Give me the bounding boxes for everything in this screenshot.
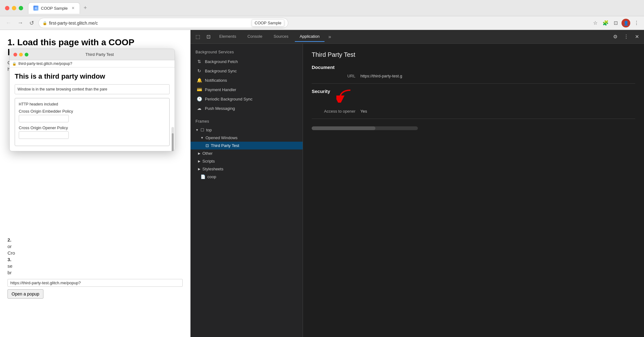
tree-item-third-party[interactable]: ⊡ Third Party Test (191, 142, 303, 149)
stylesheets-expand-arrow: ▶ (198, 167, 201, 171)
access-value: Yes (360, 109, 367, 114)
red-arrow-container (336, 89, 352, 104)
address-bar[interactable]: 🔒 first-party-test.glitch.me/c COOP Samp… (38, 18, 288, 28)
field2-input[interactable] (19, 131, 69, 139)
minimize-button[interactable] (12, 6, 16, 10)
title-bar: ⊞ COOP Sample ✕ + (0, 0, 644, 16)
panel-divider-1 (312, 83, 635, 84)
stylesheets-label: Stylesheets (202, 167, 223, 171)
section2-cross: Cro (7, 250, 183, 256)
tab-elements[interactable]: Elements (214, 32, 241, 42)
tree-item-coop[interactable]: 📄 coop (191, 173, 303, 181)
sidebar-item-periodic-sync-label: Periodic Background Sync (205, 97, 252, 101)
field1-input[interactable] (19, 115, 69, 122)
top-frame-icon: ☐ (201, 128, 204, 132)
sidebar-item-notifications-label: Notifications (205, 78, 227, 83)
cast-button[interactable]: ⊡ (612, 19, 619, 27)
close-button[interactable] (5, 6, 9, 10)
tree-item-stylesheets[interactable]: ▶ Stylesheets (191, 165, 303, 173)
tab-close-button[interactable]: ✕ (72, 6, 75, 10)
tree-item-top[interactable]: ▼ ☐ top (191, 126, 303, 134)
extensions-button[interactable]: 🧩 (601, 19, 610, 27)
third-party-label: Third Party Test (211, 143, 239, 148)
sidebar-item-bg-fetch-label: Background Fetch (205, 59, 238, 64)
popup-lock-icon: 🔒 (12, 62, 17, 66)
devtools-more-button[interactable]: ⋮ (621, 32, 631, 42)
panel-divider-2 (312, 119, 635, 119)
popup-close-button[interactable] (13, 53, 17, 56)
devtools-toolbar: ⬚ ⊡ Elements Console Sources Application… (191, 30, 644, 44)
open-popup-button[interactable]: Open a popup (7, 289, 43, 299)
popup-body: This is a third party window Window is i… (10, 67, 175, 151)
device-mode-button[interactable]: ⊡ (204, 32, 213, 42)
more-tabs-button[interactable]: » (326, 32, 334, 42)
new-tab-button[interactable]: + (81, 3, 90, 12)
sidebar-item-bg-fetch[interactable]: ⇅ Background Fetch (191, 57, 303, 66)
sidebar-item-bg-sync[interactable]: ↻ Background Sync (191, 66, 303, 76)
bookmark-button[interactable]: ☆ (592, 19, 599, 27)
reload-button[interactable]: ↺ (27, 18, 36, 28)
form-group-coep: Cross Origin Embedder Policy (19, 109, 166, 122)
document-section-title: Document (312, 65, 635, 70)
field2-label: Cross Origin Opener Policy (19, 125, 166, 130)
tree-item-scripts[interactable]: ▶ Scripts (191, 157, 303, 165)
popup-title: Third Party Test (28, 52, 171, 57)
popup-minimize-button[interactable] (19, 53, 23, 56)
scripts-expand-arrow: ▶ (198, 159, 201, 163)
url-row: URL https://third-party-test.g (312, 74, 635, 78)
devtools-close-button[interactable]: ✕ (632, 32, 642, 42)
panel-scrollbar-track[interactable] (312, 126, 418, 130)
tab-sources[interactable]: Sources (269, 32, 294, 42)
toolbar: ← → ↺ 🔒 first-party-test.glitch.me/c COO… (0, 16, 644, 30)
other-label: Other (202, 151, 213, 156)
popup-scrollbar[interactable] (171, 127, 174, 151)
maximize-button[interactable] (19, 6, 23, 10)
third-party-frame-icon: ⊡ (206, 143, 209, 148)
bg-sync-icon: ↻ (197, 68, 202, 73)
scripts-label: Scripts (202, 159, 215, 164)
tree-item-other[interactable]: ▶ Other (191, 149, 303, 157)
bg-fetch-icon: ⇅ (197, 59, 202, 64)
popup-address-bar: 🔒 third-party-test.glitch.me/popup? (10, 60, 175, 67)
page-sections: 2. or Cro 3. se br (7, 237, 183, 275)
periodic-sync-icon: 🕐 (197, 96, 202, 101)
back-button[interactable]: ← (4, 18, 13, 27)
popup-heading: This is a third party window (15, 72, 170, 81)
toolbar-actions: ☆ 🧩 ⊡ 👤 ⋮ (592, 19, 640, 27)
forward-button[interactable]: → (16, 18, 25, 27)
url-input[interactable] (7, 279, 183, 287)
devtools-sidebar: Background Services ⇅ Background Fetch ↻… (191, 44, 303, 337)
popup-traffic-lights (13, 53, 28, 56)
url-value: https://third-party-test.g (360, 74, 402, 78)
menu-button[interactable]: ⋮ (633, 19, 640, 27)
tab-favicon: ⊞ (33, 6, 38, 11)
tab-title: COOP Sample (41, 6, 68, 11)
tree-item-opened-windows[interactable]: ▼ Opened Windows (191, 134, 303, 142)
popup-titlebar: Third Party Test (10, 49, 175, 60)
sidebar-item-bg-sync-label: Background Sync (205, 69, 237, 73)
tab-application[interactable]: Application (295, 32, 325, 42)
panel-title: Third Party Test (312, 51, 635, 58)
popup-info-box: Window is in the same browsing context t… (15, 84, 170, 94)
tab-console[interactable]: Console (242, 32, 267, 42)
form-group-coop: Cross Origin Opener Policy (19, 125, 166, 139)
sidebar-item-periodic-sync[interactable]: 🕐 Periodic Background Sync (191, 94, 303, 104)
frames-title: Frames (191, 117, 303, 126)
devtools-actions: ⚙ ⋮ ✕ (611, 32, 642, 42)
sidebar-item-push-messaging[interactable]: ☁ Push Messaging (191, 104, 303, 113)
popup-form-legend: HTTP headers included (19, 102, 166, 106)
sidebar-item-notifications[interactable]: 🔔 Notifications (191, 76, 303, 85)
active-tab[interactable]: ⊞ COOP Sample ✕ (28, 2, 80, 14)
section3-text2: br (7, 270, 183, 275)
popup-scrollbar-thumb (172, 133, 174, 151)
security-section-title: Security (312, 89, 330, 94)
inspect-element-button[interactable]: ⬚ (193, 32, 203, 42)
popup-maximize-button[interactable] (25, 53, 28, 56)
push-messaging-icon: ☁ (197, 106, 202, 111)
devtools-panel: ⬚ ⊡ Elements Console Sources Application… (191, 30, 644, 337)
devtools-settings-button[interactable]: ⚙ (611, 32, 620, 42)
profile-button[interactable]: 👤 (622, 19, 630, 27)
red-arrow-icon (336, 89, 352, 103)
sidebar-item-payment[interactable]: 💳 Payment Handler (191, 85, 303, 94)
panel-scrollbar-thumb (312, 126, 375, 130)
